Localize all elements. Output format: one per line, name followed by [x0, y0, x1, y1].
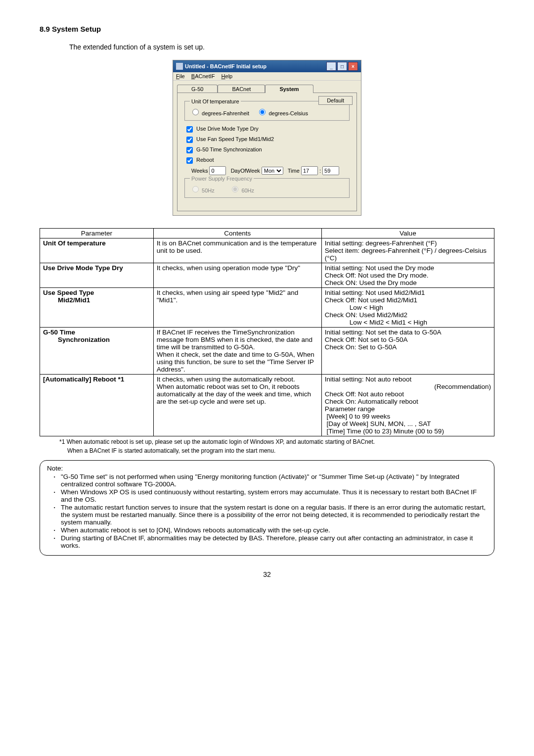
chk-sync[interactable]: G-50 Time Synchronization [184, 146, 262, 152]
time-hour-input[interactable] [301, 166, 318, 175]
menu-help[interactable]: Help [222, 73, 233, 79]
table-row: [Automatically] Reboot *1 It checks, whe… [40, 375, 494, 436]
titlebar: Untitled - BACnetIF Initial setup _ □ × [173, 60, 361, 72]
parameter-table: Parameter Contents Value Unit Of tempera… [40, 228, 494, 436]
th-value: Value [321, 229, 494, 238]
radio-celsius-label: degrees-Celsius [268, 110, 308, 116]
menubar: File BACnetIF Help [173, 72, 361, 81]
window-title: Untitled - BACnetIF Initial setup [185, 63, 267, 69]
param-name: Use Drive Mode Type Dry [43, 264, 123, 272]
weeks-input[interactable] [209, 166, 226, 175]
intro-text: The extended function of a system is set… [69, 43, 494, 51]
radio-fahrenheit[interactable]: degrees-Fahrenheit [190, 110, 249, 116]
psf-legend: Power Supply Frequency [190, 176, 254, 182]
param-name: [Automatically] Reboot *1 [43, 376, 124, 383]
table-row: Use Speed Type Mid2/Mid1 It checks, when… [40, 288, 494, 328]
chk-fan[interactable]: Use Fan Speed Type Mid1/Mid2 [184, 136, 274, 142]
chk-fan-label: Use Fan Speed Type Mid1/Mid2 [196, 136, 274, 142]
note-item: When Windows XP OS is used continuously … [61, 488, 487, 503]
tab-system[interactable]: System [265, 85, 313, 93]
section-title: 8.9 System Setup [40, 25, 494, 33]
menu-file[interactable]: File [176, 73, 185, 79]
th-parameter: Parameter [40, 229, 154, 238]
th-contents: Contents [153, 229, 321, 238]
reboot-schedule-row: Weeks DayOfWeek Mon Time : [191, 166, 350, 175]
table-row: Use Drive Mode Type Dry It checks, when … [40, 263, 494, 288]
tab-bacnet[interactable]: BACnet [218, 85, 265, 93]
param-name: Unit Of temperature [43, 239, 106, 247]
radio-60hz: 60Hz [229, 188, 254, 193]
param-contents: It checks, when using operation mode typ… [153, 263, 321, 288]
param-value: Initial setting: Not used Mid2/Mid1 Chec… [321, 288, 494, 328]
tab-row: G-50 BACnet System [177, 85, 357, 93]
footnote-1: *1 When automatic reboot is set up, plea… [59, 438, 494, 445]
radio-celsius[interactable]: degrees-Celsius [257, 110, 308, 116]
radio-50hz: 50Hz [190, 188, 215, 193]
tab-panel-system: Default Unit Of temperature degrees-Fahr… [177, 93, 357, 211]
time-min-input[interactable] [322, 166, 339, 175]
param-contents: If BACnet IF receives the TimeSynchroniz… [153, 328, 321, 375]
param-value: Initial setting: Not auto reboot (Recomm… [321, 375, 494, 436]
tab-g50[interactable]: G-50 [177, 85, 218, 93]
note-item: When automatic reboot is set to [ON], Wi… [61, 526, 487, 534]
chk-sync-label: G-50 Time Synchronization [196, 146, 262, 152]
param-value: Initial setting: Not used the Dry modeCh… [321, 263, 494, 288]
param-value: Initial setting: Not set the data to G-5… [321, 328, 494, 375]
param-contents: It is on BACnet communication and is the… [153, 238, 321, 263]
footnote-2: When a BACnet IF is started automaticall… [67, 447, 494, 454]
menu-bacnetif[interactable]: BACnetIF [191, 73, 215, 79]
table-row: Unit Of temperature It is on BACnet comm… [40, 238, 494, 263]
page-number: 32 [40, 570, 494, 578]
chk-dry[interactable]: Use Drive Mode Type Dry [184, 126, 259, 132]
dialog-window: Untitled - BACnetIF Initial setup _ □ × … [173, 60, 361, 216]
param-name: G-50 Time Synchronization [43, 329, 110, 343]
close-button[interactable]: × [348, 62, 358, 71]
table-row: G-50 Time Synchronization If BACnet IF r… [40, 328, 494, 375]
note-item: During starting of BACnet IF, abnormalit… [61, 534, 487, 549]
maximize-button[interactable]: □ [337, 62, 347, 71]
radio-fahrenheit-label: degrees-Fahrenheit [202, 110, 249, 116]
default-button[interactable]: Default [318, 96, 353, 105]
radio-60hz-label: 60Hz [241, 188, 254, 193]
note-title: Note: [47, 465, 487, 472]
unit-legend: Unit Of temperature [190, 98, 241, 104]
weeks-label: Weeks [191, 168, 208, 174]
minimize-button[interactable]: _ [326, 62, 336, 71]
chk-reboot-label: Reboot [196, 157, 214, 163]
note-item: "G-50 Time set" is not performed when us… [61, 473, 487, 488]
time-label: Time [288, 168, 300, 174]
chk-dry-label: Use Drive Mode Type Dry [196, 126, 259, 132]
power-supply-frequency-group: Power Supply Frequency 50Hz 60Hz [184, 178, 350, 198]
param-value: Initial setting: degrees-Fahrenheit (°F)… [321, 238, 494, 263]
chk-reboot[interactable]: Reboot [184, 157, 214, 163]
param-name: Use Speed Type Mid2/Mid1 [43, 289, 94, 304]
radio-50hz-label: 50Hz [202, 188, 215, 193]
param-contents: It checks, when using air speed type "Mi… [153, 288, 321, 328]
param-contents: It checks, when using the automatically … [153, 375, 321, 436]
note-item: The automatic restart function serves to… [61, 504, 487, 526]
app-icon [176, 63, 183, 70]
note-box: Note: "G-50 Time set" is not performed w… [40, 460, 494, 556]
dow-label: DayOfWeek [231, 168, 260, 174]
dow-select[interactable]: Mon [262, 167, 283, 175]
